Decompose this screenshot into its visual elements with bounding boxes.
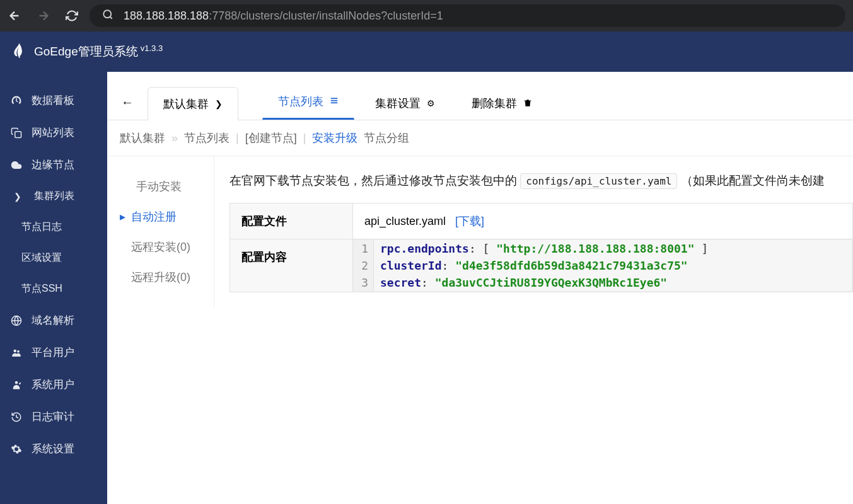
browser-nav — [8, 9, 78, 23]
browser-bar: 188.188.188.188:7788/clusters/cluster/in… — [0, 0, 853, 32]
copy-icon — [10, 127, 23, 139]
sidebar-item-dashboard[interactable]: 数据看板 — [0, 84, 107, 117]
sidebar-label: 节点日志 — [21, 220, 62, 234]
sidebar-label: 网站列表 — [32, 125, 74, 140]
tab-label: 节点列表 — [278, 94, 323, 109]
install-nav-label: 远程安装(0) — [131, 239, 190, 255]
url-host: 188.188.188.188 — [124, 9, 209, 22]
breadcrumb-install[interactable]: 安装升级 — [312, 130, 357, 146]
sidebar-item-node-ssh[interactable]: 节点SSH — [0, 273, 107, 304]
history-icon — [10, 411, 23, 423]
sidebar-item-dns[interactable]: 域名解析 — [0, 304, 107, 336]
app-title: GoEdge管理员系统v1.3.3 — [34, 43, 163, 60]
tab-cluster-name[interactable]: 默认集群 ❯ — [148, 87, 238, 120]
line-number: 3 — [354, 274, 374, 291]
breadcrumb: 默认集群 » 节点列表 | [创建节点] | 安装升级 节点分组 — [107, 120, 853, 156]
sidebar-label: 系统设置 — [32, 442, 74, 456]
install-sidebar: 手动安装 ▸ 自动注册 远程安装(0) 远程升级(0) — [107, 156, 214, 307]
breadcrumb-group[interactable]: 节点分组 — [364, 130, 409, 146]
play-icon: ▸ — [120, 210, 126, 224]
browser-reload-icon[interactable] — [66, 9, 78, 22]
logo-section[interactable]: GoEdge管理员系统v1.3.3 — [13, 43, 163, 60]
install-description: 在官网下载节点安装包，然后通过修改节点安装包中的 configs/api_clu… — [229, 171, 853, 190]
tab-cluster-settings[interactable]: 集群设置 ⚙ — [359, 86, 451, 120]
tab-label: 默认集群 — [163, 96, 209, 112]
search-icon — [102, 9, 113, 23]
breadcrumb-create[interactable]: [创建节点] — [245, 130, 297, 146]
sidebar: 数据看板 网站列表 边缘节点 ❯ 集群列表 节点日志 区域设置 节点SSH 域名… — [0, 72, 107, 504]
sidebar-item-system-users[interactable]: 系统用户 — [0, 369, 107, 401]
globe-icon — [10, 315, 23, 326]
url-path: :7788/clusters/cluster/installNodes?clus… — [209, 9, 443, 22]
svg-point-5 — [15, 381, 18, 384]
tab-node-list[interactable]: 节点列表 — [262, 84, 354, 120]
code-line: 3 secret: "da3uvCCJtiRU8I9YGQexK3QMbRc1E… — [354, 274, 852, 291]
svg-rect-7 — [331, 100, 338, 101]
install-nav-remote-upgrade[interactable]: 远程升级(0) — [107, 262, 214, 292]
sidebar-item-platform-users[interactable]: 平台用户 — [0, 336, 107, 369]
sidebar-label: 节点SSH — [21, 282, 62, 295]
install-content: 在官网下载节点安装包，然后通过修改节点安装包中的 configs/api_clu… — [214, 156, 853, 307]
sidebar-item-audit-log[interactable]: 日志审计 — [0, 401, 107, 433]
breadcrumb-sep: » — [171, 132, 178, 145]
install-nav-remote-install[interactable]: 远程安装(0) — [107, 232, 214, 262]
sidebar-item-node-logs[interactable]: 节点日志 — [0, 212, 107, 243]
config-content-label: 配置内容 — [230, 239, 353, 292]
sidebar-item-websites[interactable]: 网站列表 — [0, 117, 107, 149]
tab-label: 集群设置 — [375, 96, 421, 111]
back-button[interactable]: ← — [119, 95, 142, 120]
sidebar-item-system-settings[interactable]: 系统设置 — [0, 433, 107, 465]
chevron-right-icon: ❯ — [215, 99, 223, 109]
list-icon — [330, 96, 339, 107]
breadcrumb-cluster[interactable]: 默认集群 — [120, 130, 165, 146]
config-path-inline: configs/api_cluster.yaml — [520, 173, 677, 189]
admin-icon — [10, 379, 23, 391]
browser-forward-icon[interactable] — [37, 9, 50, 23]
config-file-label: 配置文件 — [230, 203, 353, 239]
svg-point-4 — [17, 350, 20, 352]
sidebar-label: 域名解析 — [32, 313, 74, 328]
config-table: 配置文件 api_cluster.yaml [下载] 配置内容 1 — [229, 203, 853, 292]
install-nav-label: 自动注册 — [131, 209, 177, 224]
config-file-cell: api_cluster.yaml [下载] — [353, 203, 853, 239]
sidebar-item-edge-nodes[interactable]: 边缘节点 — [0, 149, 107, 181]
sidebar-item-region-settings[interactable]: 区域设置 — [0, 243, 107, 273]
download-link[interactable]: [下载] — [455, 215, 484, 227]
svg-point-3 — [14, 349, 17, 352]
leaf-icon — [9, 41, 30, 62]
breadcrumb-nodes[interactable]: 节点列表 — [184, 130, 229, 146]
code-line: 1 rpc.endpoints: [ "http://188.188.188.1… — [354, 240, 852, 257]
code-line: 2 clusterId: "d4e3f58dfd6b59d3a8421c7943… — [354, 257, 852, 274]
gear-icon — [10, 444, 23, 455]
sidebar-label: 集群列表 — [34, 190, 74, 203]
config-file-name: api_cluster.yaml — [364, 215, 446, 227]
sidebar-item-cluster-list[interactable]: ❯ 集群列表 — [0, 181, 107, 212]
sidebar-label: 边缘节点 — [32, 158, 74, 172]
svg-rect-8 — [331, 102, 338, 103]
install-nav-auto[interactable]: ▸ 自动注册 — [107, 202, 214, 232]
browser-back-icon[interactable] — [8, 9, 21, 23]
install-nav-label: 远程升级(0) — [131, 270, 190, 285]
sidebar-label: 区域设置 — [21, 251, 62, 265]
users-icon — [10, 347, 23, 358]
svg-point-0 — [103, 10, 111, 18]
chevron-right-icon: ❯ — [14, 192, 21, 202]
sidebar-label: 平台用户 — [32, 345, 74, 360]
config-content-cell: 1 rpc.endpoints: [ "http://188.188.188.1… — [353, 239, 853, 292]
line-number: 2 — [354, 257, 374, 274]
tab-delete-cluster[interactable]: 删除集群 — [456, 86, 548, 120]
content: ← 默认集群 ❯ 节点列表 集群设置 ⚙ 删除集群 默认集群 » 节点列表 — [107, 72, 853, 504]
svg-rect-6 — [331, 98, 338, 99]
dashboard-icon — [10, 95, 23, 106]
install-nav-manual[interactable]: 手动安装 — [107, 171, 214, 202]
sidebar-label: 数据看板 — [32, 93, 74, 108]
url-bar[interactable]: 188.188.188.188:7788/clusters/cluster/in… — [90, 4, 845, 27]
svg-rect-1 — [15, 131, 21, 137]
breadcrumb-sep: | — [303, 132, 306, 145]
install-nav-label: 手动安装 — [136, 179, 182, 194]
url-text: 188.188.188.188:7788/clusters/cluster/in… — [124, 9, 443, 23]
breadcrumb-sep: | — [236, 132, 239, 145]
gear-icon: ⚙ — [427, 98, 435, 108]
install-section: 手动安装 ▸ 自动注册 远程安装(0) 远程升级(0) 在官网下载节点 — [107, 156, 853, 307]
sidebar-label: 日志审计 — [32, 410, 74, 424]
